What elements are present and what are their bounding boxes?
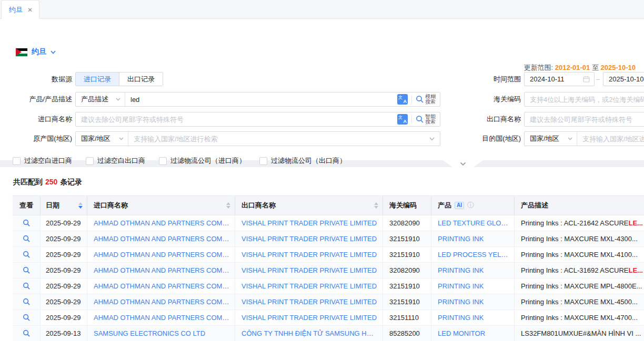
- cell-date: 2025-09-13: [41, 326, 87, 341]
- datasource-export-tab[interactable]: 出口记录: [119, 73, 163, 86]
- exporter-link[interactable]: VISHAL PRINT TRADER PRIVATE LIMITED: [242, 219, 377, 227]
- tab-close-icon[interactable]: ✕: [27, 6, 33, 14]
- importer-field-tools: 文A 智能 搜索: [393, 114, 440, 125]
- view-record-button[interactable]: [13, 231, 41, 246]
- origin-country-input[interactable]: [128, 132, 429, 146]
- exporter-link[interactable]: VISHAL PRINT TRADER PRIVATE LIMITED: [242, 251, 377, 259]
- product-search-input[interactable]: [125, 92, 393, 106]
- view-record-button[interactable]: [13, 278, 41, 294]
- smart-search-toggle[interactable]: 智能 搜索: [416, 114, 436, 125]
- checkbox-label: 过滤空白进口商: [24, 156, 72, 166]
- header-date[interactable]: 日期: [41, 196, 87, 215]
- origin-type-select[interactable]: 国家/地区: [76, 132, 128, 146]
- destination-country-input[interactable]: [577, 132, 644, 146]
- sort-icon-exporter[interactable]: [374, 202, 378, 209]
- product-link[interactable]: PRINTING INK: [438, 314, 484, 322]
- filter-checkbox[interactable]: 过滤空白进口商: [13, 156, 72, 166]
- importer-link[interactable]: AHMAD OTHMAN AND PARTNERS COMPA...: [94, 314, 230, 322]
- checkbox-icon[interactable]: [159, 157, 167, 165]
- date-from-field[interactable]: [524, 72, 595, 86]
- checkbox-icon[interactable]: [13, 157, 21, 165]
- view-record-button[interactable]: [13, 326, 41, 341]
- cell-hs-code: 32151910: [383, 231, 431, 246]
- destination-type-select[interactable]: 国家/地区: [525, 132, 577, 146]
- info-icon[interactable]: ⓘ: [467, 201, 474, 210]
- header-importer[interactable]: 进口商名称: [87, 196, 235, 215]
- chevron-down-icon[interactable]: [429, 137, 435, 141]
- cell-exporter: VISHAL PRINT TRADER PRIVATE LIMITED: [235, 231, 383, 246]
- exporter-link[interactable]: VISHAL PRINT TRADER PRIVATE LIMITED: [242, 298, 377, 306]
- exporter-link[interactable]: VISHAL PRINT TRADER PRIVATE LIMITED: [242, 266, 377, 274]
- checkbox-icon[interactable]: [259, 157, 267, 165]
- exporter-input[interactable]: [525, 112, 644, 126]
- product-link[interactable]: LED TEXTURE GLOSS ...: [438, 219, 510, 227]
- filter-checkbox[interactable]: 过滤空白出口商: [86, 156, 145, 166]
- header-date-label: 日期: [46, 201, 59, 210]
- importer-link[interactable]: AHMAD OTHMAN AND PARTNERS COMPA...: [94, 235, 230, 243]
- jordan-flag-icon: [16, 48, 27, 56]
- update-range-label: 更新范围:: [524, 64, 554, 71]
- cell-hs-code: 32151110: [383, 310, 431, 325]
- importer-link[interactable]: AHMAD OTHMAN AND PARTNERS COMPA...: [94, 266, 230, 274]
- magnifier-icon: [23, 298, 31, 306]
- exporter-link[interactable]: CÔNG TY TNHH ĐIỆN TỬ SAMSUNG HCMC...: [242, 329, 378, 337]
- cell-exporter: CÔNG TY TNHH ĐIỆN TỬ SAMSUNG HCMC...: [235, 326, 383, 341]
- cell-product-desc: Printing Inks : MAXCURE MXL-4300...: [515, 231, 644, 246]
- view-record-button[interactable]: [13, 310, 41, 325]
- product-type-select[interactable]: 产品描述: [76, 92, 125, 106]
- fuzzy-search-toggle[interactable]: 模糊 搜索: [416, 94, 436, 105]
- sort-icon-importer[interactable]: [226, 202, 230, 209]
- cell-product: PRINTING INK: [431, 294, 515, 309]
- header-view: 查看: [13, 196, 41, 215]
- importer-link[interactable]: SAMSUNG ELECTRONICS CO LTD: [94, 329, 205, 337]
- product-link[interactable]: PRINTING INK: [438, 235, 484, 243]
- cell-product: LED MONITOR: [431, 326, 515, 341]
- view-record-button[interactable]: [13, 215, 41, 231]
- date-to-input[interactable]: [603, 73, 644, 86]
- exporter-link[interactable]: VISHAL PRINT TRADER PRIVATE LIMITED: [242, 235, 377, 243]
- table-row: 2025-09-29 AHMAD OTHMAN AND PARTNERS COM…: [13, 231, 644, 247]
- importer-link[interactable]: AHMAD OTHMAN AND PARTNERS COMPA...: [94, 251, 230, 259]
- country-selector[interactable]: 约旦: [16, 47, 56, 57]
- exporter-link[interactable]: VISHAL PRINT TRADER PRIVATE LIMITED: [242, 314, 377, 322]
- product-link[interactable]: LED PROCESS YELLOW...: [438, 251, 510, 259]
- checkbox-icon[interactable]: [86, 157, 94, 165]
- filter-checkbox[interactable]: 过滤物流公司（出口商）: [259, 156, 346, 166]
- importer-link[interactable]: AHMAD OTHMAN AND PARTNERS COMPA...: [94, 282, 230, 290]
- datasource-import-tab[interactable]: 进口记录: [76, 73, 119, 86]
- view-record-button[interactable]: [13, 294, 41, 309]
- product-link[interactable]: PRINTING INK: [438, 298, 484, 306]
- product-link[interactable]: LED MONITOR: [438, 329, 485, 337]
- chevron-down-icon: [116, 98, 120, 101]
- importer-input[interactable]: [76, 112, 393, 126]
- cell-importer: AHMAD OTHMAN AND PARTNERS COMPA...: [87, 263, 235, 278]
- sort-icon-date[interactable]: [78, 202, 83, 209]
- exporter-field[interactable]: [524, 112, 644, 127]
- translate-icon[interactable]: 文A: [397, 94, 408, 105]
- importer-link[interactable]: AHMAD OTHMAN AND PARTNERS COMPA...: [94, 219, 230, 227]
- view-record-button[interactable]: [13, 247, 41, 262]
- hs-code-field[interactable]: [524, 92, 644, 107]
- product-link[interactable]: PRINTING INK: [438, 266, 484, 274]
- table-row: 2025-09-13 SAMSUNG ELECTRONICS CO LTD CÔ…: [13, 326, 644, 341]
- tab-jordan[interactable]: 约旦 ✕: [1, 0, 39, 19]
- hs-code-input[interactable]: [525, 92, 644, 106]
- cell-exporter: VISHAL PRINT TRADER PRIVATE LIMITED: [235, 310, 383, 325]
- translate-icon[interactable]: 文A: [397, 114, 408, 125]
- chevron-down-icon: [119, 137, 124, 140]
- view-record-button[interactable]: [13, 263, 41, 278]
- exporter-link[interactable]: VISHAL PRINT TRADER PRIVATE LIMITED: [242, 282, 377, 290]
- cell-hs-code: 32082090: [383, 215, 431, 231]
- date-to-field[interactable]: [603, 72, 644, 86]
- table-row: 2025-09-29 AHMAD OTHMAN AND PARTNERS COM…: [13, 310, 644, 326]
- destination-country-label: 目的国(地区): [461, 131, 521, 146]
- product-link[interactable]: PRINTING INK: [438, 282, 484, 290]
- filter-checkbox[interactable]: 过滤物流公司（进口商）: [159, 156, 246, 166]
- header-exporter[interactable]: 出口商名称: [235, 196, 383, 215]
- datasource-label: 数据源: [4, 72, 72, 87]
- importer-link[interactable]: AHMAD OTHMAN AND PARTNERS COMPA...: [94, 298, 230, 306]
- checkbox-label: 过滤物流公司（出口商）: [271, 156, 346, 166]
- ai-badge: AI: [455, 202, 464, 209]
- collapse-panel-handle[interactable]: [443, 160, 483, 167]
- date-from-input[interactable]: [525, 73, 583, 86]
